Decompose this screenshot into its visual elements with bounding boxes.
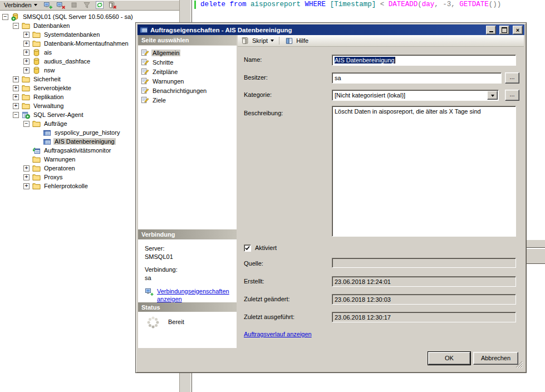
sql-token: ,	[451, 1, 459, 8]
text-caret	[395, 57, 395, 63]
name-label: Name:	[244, 56, 262, 63]
view-job-history-link[interactable]: Auftragsverlauf anzeigen	[244, 331, 312, 337]
server-icon	[11, 12, 19, 21]
help-button[interactable]: Hilfe	[296, 37, 308, 44]
sql-token: DATEADD	[389, 1, 418, 8]
sql-line[interactable]: delete from aisposreport WHERE [Timestam…	[200, 1, 501, 8]
disconnect-server-icon[interactable]	[56, 1, 67, 9]
expand-icon[interactable]: +	[13, 76, 19, 82]
cancel-button[interactable]: Abbrechen	[473, 352, 518, 365]
tree-item-label: Warnungen	[43, 156, 76, 163]
expand-icon[interactable]: +	[23, 50, 30, 56]
view-connection-properties-link[interactable]: Verbindungseigenschaften anzeigen	[157, 287, 227, 303]
folder-icon	[21, 21, 30, 30]
page-nav-item[interactable]: Warnungen	[138, 76, 237, 86]
expand-icon[interactable]: +	[13, 103, 19, 109]
collapse-icon[interactable]: −	[13, 112, 19, 118]
maximize-button[interactable]	[499, 26, 509, 35]
dialog-titlebar[interactable]: Auftragseigenschaften - AIS Datenbereini…	[138, 24, 524, 35]
enabled-checkbox-label[interactable]: Aktiviert	[255, 244, 277, 251]
folder-icon	[32, 155, 41, 164]
collapse-icon[interactable]: −	[13, 23, 19, 29]
folder-icon	[21, 75, 30, 84]
description-label: Beschreibung:	[244, 110, 283, 116]
source-label: Quelle:	[244, 260, 263, 267]
sql-token: GETDATE	[459, 1, 489, 8]
editor-splitter-band-bottom	[527, 248, 545, 264]
page-nav-item[interactable]: Zeitpläne	[138, 67, 237, 76]
tree-item-label: AIS Datenbereinigung	[53, 138, 116, 145]
minimize-button[interactable]	[486, 26, 496, 35]
sql-token: aisposreport	[251, 1, 301, 8]
page-nav-item[interactable]: Benachrichtigungen	[138, 86, 237, 95]
sql-token: WHERE	[305, 1, 326, 8]
tree-item-label: Datenbank-Momentaufnahmen	[43, 40, 130, 47]
category-browse-button[interactable]: ...	[505, 90, 519, 101]
folder-icon	[21, 84, 30, 92]
tree-item-label: Sicherheit	[32, 76, 62, 82]
expand-icon[interactable]: +	[23, 41, 30, 47]
page-nav-item[interactable]: Ziele	[138, 95, 237, 105]
page-nav-item[interactable]: Allgemein	[138, 48, 237, 57]
sql-token	[384, 1, 389, 8]
page-icon	[140, 86, 149, 95]
tree-item-label: Aufträge	[43, 120, 68, 127]
expand-icon[interactable]: +	[13, 85, 19, 91]
close-button[interactable]: ×	[513, 26, 523, 35]
editor-splitter-band-top	[527, 240, 545, 248]
connection-header: Verbindung	[138, 229, 237, 239]
server-value: SMSQL01	[145, 253, 234, 261]
minimize-icon	[489, 31, 493, 32]
tree-item-label: Fehlerprotokolle	[43, 183, 89, 189]
tree-item-label: Serverobjekte	[32, 85, 72, 91]
script-error-icon[interactable]	[107, 1, 118, 9]
collapse-icon[interactable]: −	[23, 121, 30, 127]
expand-icon[interactable]: +	[23, 183, 30, 189]
server-label: Server:	[145, 244, 234, 253]
refresh-icon[interactable]	[94, 1, 105, 9]
description-textarea[interactable]: Löscht Daten in aisposreport, die älter …	[332, 106, 516, 237]
page-select-list: AllgemeinSchritteZeitpläneWarnungenBenac…	[138, 46, 237, 229]
created-label: Erstellt:	[244, 278, 264, 285]
page-icon	[140, 48, 149, 57]
tree-item-label: Datenbanken	[32, 22, 71, 29]
job-icon	[139, 26, 148, 35]
chevron-down-icon	[491, 95, 494, 99]
tree-item-label: SQL Server-Agent	[32, 111, 84, 118]
expand-icon[interactable]: +	[23, 165, 30, 171]
stop-icon	[68, 1, 80, 9]
job-icon	[42, 137, 51, 146]
enabled-checkbox[interactable]	[244, 244, 251, 252]
expand-icon[interactable]: +	[23, 58, 30, 65]
expand-icon[interactable]: +	[23, 32, 30, 38]
folder-icon	[32, 119, 41, 128]
owner-input[interactable]: sa	[332, 72, 502, 84]
ok-button[interactable]: OK	[428, 352, 470, 365]
filter-icon	[81, 1, 92, 9]
collapse-icon[interactable]: −	[2, 14, 8, 20]
change-tracking-bar	[194, 1, 196, 9]
category-select[interactable]: [Nicht kategorisiert (lokal)]	[332, 90, 499, 101]
page-icon	[140, 67, 149, 76]
connect-dropdown-button[interactable]: Verbinden	[2, 1, 40, 9]
sql-token: [Timestamp]	[330, 1, 376, 8]
category-dropdown-button[interactable]	[487, 91, 498, 100]
sql-token: day	[422, 1, 435, 8]
page-nav-item[interactable]: Schritte	[138, 57, 237, 67]
expand-icon[interactable]: +	[23, 174, 30, 180]
job-properties-dialog: Auftragseigenschaften - AIS Datenbereini…	[135, 22, 527, 373]
job-icon	[42, 128, 51, 137]
resize-grip[interactable]	[515, 361, 523, 369]
activity-monitor-icon	[32, 146, 41, 155]
expand-icon[interactable]: +	[13, 94, 19, 100]
script-button[interactable]: Skript	[252, 37, 268, 44]
owner-browse-button[interactable]: ...	[505, 72, 519, 84]
maximize-icon	[502, 27, 507, 33]
tree-item[interactable]: −SMSQL01 (SQL Server 10.50.6560 - sa)	[0, 12, 179, 21]
name-input[interactable]: AIS Datenbereinigung	[332, 55, 516, 66]
page-nav-label: Schritte	[151, 59, 174, 66]
folder-icon	[32, 173, 41, 182]
expand-icon[interactable]: +	[23, 67, 30, 74]
chevron-down-icon[interactable]	[271, 40, 274, 43]
connect-server-icon[interactable]	[43, 1, 54, 9]
